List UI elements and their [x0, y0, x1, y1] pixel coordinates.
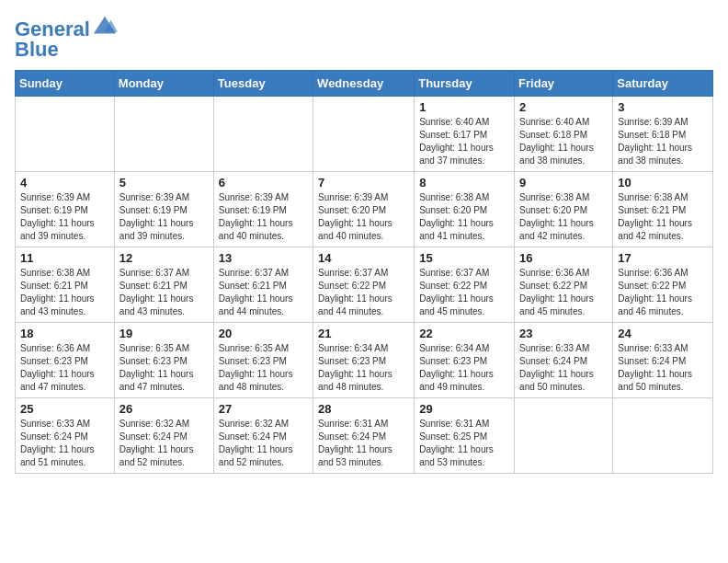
day-number: 3: [618, 100, 708, 114]
day-number: 28: [318, 402, 409, 416]
day-number: 18: [20, 327, 109, 340]
day-number: 17: [618, 251, 708, 265]
day-number: 4: [20, 176, 109, 190]
day-info: Sunrise: 6:37 AMSunset: 6:21 PMDaylight:…: [219, 268, 293, 316]
empty-cell: [114, 97, 213, 172]
day-cell-9: 9Sunrise: 6:38 AMSunset: 6:20 PMDaylight…: [515, 172, 613, 247]
day-number: 16: [519, 251, 608, 265]
weekday-header-friday: Friday: [515, 71, 613, 97]
week-row-3: 11Sunrise: 6:38 AMSunset: 6:21 PMDayligh…: [16, 247, 713, 323]
day-number: 27: [219, 402, 308, 416]
day-info: Sunrise: 6:39 AMSunset: 6:19 PMDaylight:…: [119, 192, 194, 241]
day-number: 14: [318, 251, 409, 265]
day-cell-27: 27Sunrise: 6:32 AMSunset: 6:24 PMDayligh…: [213, 398, 313, 474]
day-cell-14: 14Sunrise: 6:37 AMSunset: 6:22 PMDayligh…: [313, 247, 415, 323]
week-row-1: 1Sunrise: 6:40 AMSunset: 6:17 PMDaylight…: [16, 97, 713, 172]
day-number: 8: [419, 176, 509, 190]
day-number: 11: [20, 251, 109, 265]
day-number: 24: [618, 327, 708, 340]
day-number: 19: [119, 327, 209, 340]
day-number: 6: [219, 176, 308, 190]
day-info: Sunrise: 6:38 AMSunset: 6:20 PMDaylight:…: [419, 192, 494, 241]
day-number: 9: [519, 176, 608, 190]
day-info: Sunrise: 6:35 AMSunset: 6:23 PMDaylight:…: [119, 343, 194, 392]
weekday-header-monday: Monday: [114, 71, 213, 97]
day-info: Sunrise: 6:31 AMSunset: 6:24 PMDaylight:…: [318, 419, 392, 467]
day-number: 13: [219, 251, 308, 265]
day-number: 15: [419, 251, 509, 265]
day-cell-11: 11Sunrise: 6:38 AMSunset: 6:21 PMDayligh…: [16, 247, 115, 323]
weekday-header-row: SundayMondayTuesdayWednesdayThursdayFrid…: [16, 71, 713, 97]
day-info: Sunrise: 6:40 AMSunset: 6:18 PMDaylight:…: [519, 117, 594, 166]
day-cell-6: 6Sunrise: 6:39 AMSunset: 6:19 PMDaylight…: [213, 172, 313, 247]
day-number: 5: [119, 176, 209, 190]
day-info: Sunrise: 6:34 AMSunset: 6:23 PMDaylight:…: [318, 343, 392, 392]
day-info: Sunrise: 6:38 AMSunset: 6:21 PMDaylight:…: [20, 268, 95, 316]
week-row-2: 4Sunrise: 6:39 AMSunset: 6:19 PMDaylight…: [16, 172, 713, 247]
day-info: Sunrise: 6:31 AMSunset: 6:25 PMDaylight:…: [419, 419, 494, 467]
day-number: 20: [219, 327, 308, 340]
day-info: Sunrise: 6:39 AMSunset: 6:19 PMDaylight:…: [219, 192, 293, 241]
week-row-4: 18Sunrise: 6:36 AMSunset: 6:23 PMDayligh…: [16, 323, 713, 398]
day-cell-15: 15Sunrise: 6:37 AMSunset: 6:22 PMDayligh…: [415, 247, 515, 323]
calendar: SundayMondayTuesdayWednesdayThursdayFrid…: [15, 70, 713, 474]
day-cell-23: 23Sunrise: 6:33 AMSunset: 6:24 PMDayligh…: [515, 323, 613, 398]
day-cell-19: 19Sunrise: 6:35 AMSunset: 6:23 PMDayligh…: [114, 323, 213, 398]
day-info: Sunrise: 6:36 AMSunset: 6:22 PMDaylight:…: [618, 268, 692, 316]
day-cell-24: 24Sunrise: 6:33 AMSunset: 6:24 PMDayligh…: [613, 323, 713, 398]
day-cell-4: 4Sunrise: 6:39 AMSunset: 6:19 PMDaylight…: [16, 172, 115, 247]
week-row-5: 25Sunrise: 6:33 AMSunset: 6:24 PMDayligh…: [16, 398, 713, 474]
day-cell-26: 26Sunrise: 6:32 AMSunset: 6:24 PMDayligh…: [114, 398, 213, 474]
header: General Blue: [15, 15, 713, 61]
day-info: Sunrise: 6:39 AMSunset: 6:19 PMDaylight:…: [20, 192, 95, 241]
logo-icon: [92, 15, 118, 40]
day-info: Sunrise: 6:37 AMSunset: 6:21 PMDaylight:…: [119, 268, 194, 316]
day-info: Sunrise: 6:33 AMSunset: 6:24 PMDaylight:…: [20, 419, 95, 467]
day-cell-2: 2Sunrise: 6:40 AMSunset: 6:18 PMDaylight…: [515, 97, 613, 172]
day-number: 25: [20, 402, 109, 416]
day-info: Sunrise: 6:33 AMSunset: 6:24 PMDaylight:…: [618, 343, 692, 392]
day-info: Sunrise: 6:40 AMSunset: 6:17 PMDaylight:…: [419, 117, 494, 166]
day-info: Sunrise: 6:34 AMSunset: 6:23 PMDaylight:…: [419, 343, 494, 392]
day-number: 23: [519, 327, 608, 340]
weekday-header-sunday: Sunday: [16, 71, 115, 97]
day-cell-1: 1Sunrise: 6:40 AMSunset: 6:17 PMDaylight…: [415, 97, 515, 172]
weekday-header-tuesday: Tuesday: [213, 71, 313, 97]
day-number: 2: [519, 100, 608, 114]
day-info: Sunrise: 6:36 AMSunset: 6:23 PMDaylight:…: [20, 343, 95, 392]
day-cell-3: 3Sunrise: 6:39 AMSunset: 6:18 PMDaylight…: [613, 97, 713, 172]
empty-cell: [213, 97, 313, 172]
page: General Blue Sunday: [0, 0, 728, 563]
weekday-header-saturday: Saturday: [613, 71, 713, 97]
day-info: Sunrise: 6:37 AMSunset: 6:22 PMDaylight:…: [419, 268, 494, 316]
day-number: 1: [419, 100, 509, 114]
day-info: Sunrise: 6:36 AMSunset: 6:22 PMDaylight:…: [519, 268, 594, 316]
day-cell-10: 10Sunrise: 6:38 AMSunset: 6:21 PMDayligh…: [613, 172, 713, 247]
day-info: Sunrise: 6:38 AMSunset: 6:21 PMDaylight:…: [618, 192, 692, 241]
day-info: Sunrise: 6:35 AMSunset: 6:23 PMDaylight:…: [219, 343, 293, 392]
day-number: 12: [119, 251, 209, 265]
day-info: Sunrise: 6:37 AMSunset: 6:22 PMDaylight:…: [318, 268, 392, 316]
day-info: Sunrise: 6:39 AMSunset: 6:18 PMDaylight:…: [618, 117, 692, 166]
empty-cell: [16, 97, 115, 172]
day-cell-5: 5Sunrise: 6:39 AMSunset: 6:19 PMDaylight…: [114, 172, 213, 247]
day-cell-13: 13Sunrise: 6:37 AMSunset: 6:21 PMDayligh…: [213, 247, 313, 323]
logo-subtext: Blue: [15, 39, 59, 61]
day-info: Sunrise: 6:32 AMSunset: 6:24 PMDaylight:…: [119, 419, 194, 467]
day-info: Sunrise: 6:32 AMSunset: 6:24 PMDaylight:…: [219, 419, 293, 467]
day-cell-20: 20Sunrise: 6:35 AMSunset: 6:23 PMDayligh…: [213, 323, 313, 398]
day-number: 7: [318, 176, 409, 190]
empty-cell: [313, 97, 415, 172]
day-number: 21: [318, 327, 409, 340]
day-cell-25: 25Sunrise: 6:33 AMSunset: 6:24 PMDayligh…: [16, 398, 115, 474]
day-number: 29: [419, 402, 509, 416]
day-cell-8: 8Sunrise: 6:38 AMSunset: 6:20 PMDaylight…: [415, 172, 515, 247]
empty-cell: [613, 398, 713, 474]
day-cell-21: 21Sunrise: 6:34 AMSunset: 6:23 PMDayligh…: [313, 323, 415, 398]
weekday-header-thursday: Thursday: [415, 71, 515, 97]
weekday-header-wednesday: Wednesday: [313, 71, 415, 97]
day-number: 22: [419, 327, 509, 340]
day-cell-12: 12Sunrise: 6:37 AMSunset: 6:21 PMDayligh…: [114, 247, 213, 323]
day-cell-17: 17Sunrise: 6:36 AMSunset: 6:22 PMDayligh…: [613, 247, 713, 323]
day-cell-28: 28Sunrise: 6:31 AMSunset: 6:24 PMDayligh…: [313, 398, 415, 474]
